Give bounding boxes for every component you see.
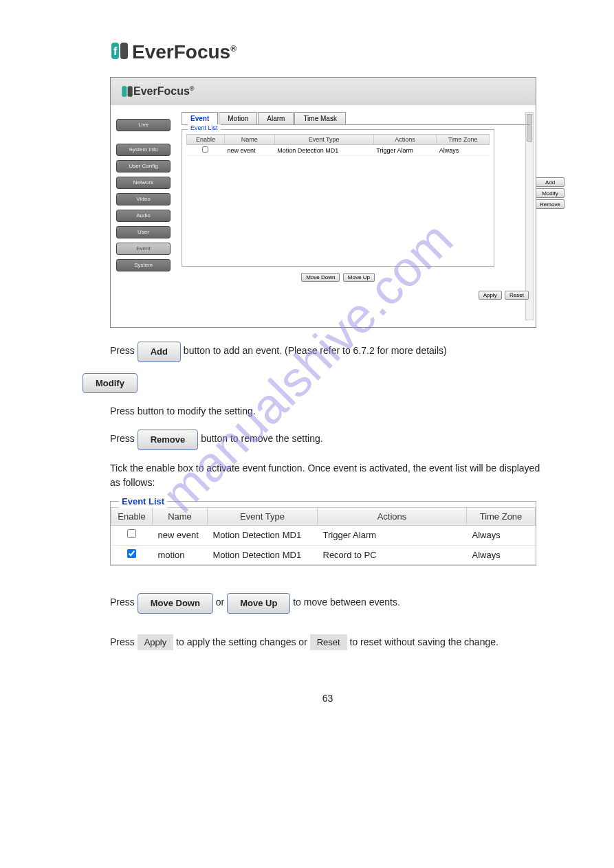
cell-actions: Trigger Alarm (318, 526, 467, 546)
app-brand-text: EverFocus® (133, 85, 194, 98)
enable-checkbox[interactable] (127, 549, 136, 558)
cell-time-zone: Always (467, 526, 536, 546)
tab-motion[interactable]: Motion (219, 112, 257, 124)
panel-table: Enable Name Event Type Actions Time Zone… (111, 507, 536, 566)
text: Press (110, 597, 135, 608)
doc-remove-button: Remove (138, 430, 199, 450)
col-enable: Enable (187, 135, 225, 145)
text: button to add an event. (Please refer to… (184, 345, 447, 356)
everfocus-logo-icon: f (110, 41, 129, 63)
panel-legend: Event List (119, 495, 167, 509)
cell-name: new event (224, 145, 274, 156)
cell-event-type: Motion Detection MD1 (208, 526, 318, 546)
reset-button[interactable]: Reset (505, 291, 529, 300)
sidebar-live-button[interactable]: Live (116, 119, 171, 131)
col-actions: Actions (318, 507, 467, 526)
text: to apply the setting changes or (176, 636, 307, 647)
doc-modify-button: Modify (83, 373, 138, 394)
remove-button[interactable]: Remove (536, 199, 564, 209)
tab-event[interactable]: Event (182, 112, 218, 124)
app-screenshot: EverFocus® Live System Info User Config … (110, 77, 536, 328)
cell-event-type: Motion Detection MD1 (274, 145, 373, 156)
page-logo: f EverFocus® (41, 41, 573, 63)
cell-actions: Record to PC (318, 545, 467, 565)
doc-reset-button: Reset (310, 634, 347, 651)
table-row[interactable]: new event Motion Detection MD1 Trigger A… (111, 526, 536, 546)
text: Press (110, 636, 135, 647)
text: Press (110, 345, 135, 356)
cell-name: motion (153, 545, 208, 565)
sidebar-item-video[interactable]: Video (116, 193, 171, 205)
cell-actions: Trigger Alarm (373, 145, 437, 156)
doc-move-up-button: Move Up (227, 593, 290, 614)
app-header: EverFocus® (111, 78, 536, 105)
col-event-type: Event Type (208, 507, 318, 526)
cell-time-zone: Always (437, 145, 490, 156)
sidebar-item-audio[interactable]: Audio (116, 210, 171, 222)
event-list-box: Event List Enable Name Event Type Action… (182, 129, 494, 267)
text: to move between events. (293, 597, 400, 608)
text: to reset without saving the change. (350, 636, 498, 647)
cell-name: new event (153, 526, 208, 546)
tab-time-mask[interactable]: Time Mask (294, 112, 346, 124)
col-name: Name (153, 507, 208, 526)
doc-move-down-button: Move Down (138, 593, 213, 614)
col-enable: Enable (111, 507, 153, 526)
col-time-zone: Time Zone (437, 135, 490, 145)
col-name: Name (224, 135, 274, 145)
brand-text: EverFocus® (132, 41, 237, 63)
cell-time-zone: Always (467, 545, 536, 565)
add-button[interactable]: Add (536, 177, 564, 187)
page-number: 63 (110, 691, 545, 706)
text: button to remove the setting. (201, 433, 322, 444)
sidebar: Live System Info User Config Network Vid… (111, 112, 176, 327)
tab-bar: Event Motion Alarm Time Mask (182, 112, 530, 125)
text: Press (110, 405, 135, 416)
doc-apply-button: Apply (138, 634, 174, 651)
doc-add-button: Add (138, 342, 181, 362)
svg-rect-3 (122, 86, 127, 96)
svg-text:f: f (113, 45, 118, 57)
sidebar-item-system[interactable]: System (116, 259, 171, 271)
event-list-legend: Event List (188, 124, 221, 131)
text: or (216, 597, 224, 608)
table-row[interactable]: new event Motion Detection MD1 Trigger A… (187, 145, 490, 156)
col-event-type: Event Type (274, 135, 373, 145)
sidebar-item-network[interactable]: Network (116, 177, 171, 189)
tab-alarm[interactable]: Alarm (258, 112, 294, 124)
enable-description: Tick the enable box to activate event fu… (110, 461, 545, 490)
sidebar-item-user[interactable]: User (116, 226, 171, 238)
text: button to modify the setting. (138, 405, 256, 416)
text: Press (110, 433, 135, 444)
enable-checkbox[interactable] (202, 146, 208, 153)
svg-rect-1 (120, 43, 128, 59)
modify-button[interactable]: Modify (536, 188, 564, 198)
move-up-button[interactable]: Move Up (343, 273, 375, 282)
event-table: Enable Name Event Type Actions Time Zone (186, 134, 490, 156)
event-list-panel: Event List Enable Name Event Type Action… (110, 501, 536, 566)
sidebar-item-user-config[interactable]: User Config (116, 160, 171, 173)
svg-rect-4 (128, 86, 133, 96)
move-down-button[interactable]: Move Down (301, 273, 340, 282)
sidebar-item-event[interactable]: Event (116, 243, 171, 255)
cell-event-type: Motion Detection MD1 (208, 545, 318, 565)
apply-button[interactable]: Apply (479, 291, 502, 300)
col-time-zone: Time Zone (467, 507, 536, 526)
everfocus-logo-icon (121, 85, 133, 98)
col-actions: Actions (373, 135, 437, 145)
enable-checkbox[interactable] (127, 529, 136, 538)
table-row[interactable]: motion Motion Detection MD1 Record to PC… (111, 545, 536, 565)
sidebar-item-system-info[interactable]: System Info (116, 144, 171, 156)
